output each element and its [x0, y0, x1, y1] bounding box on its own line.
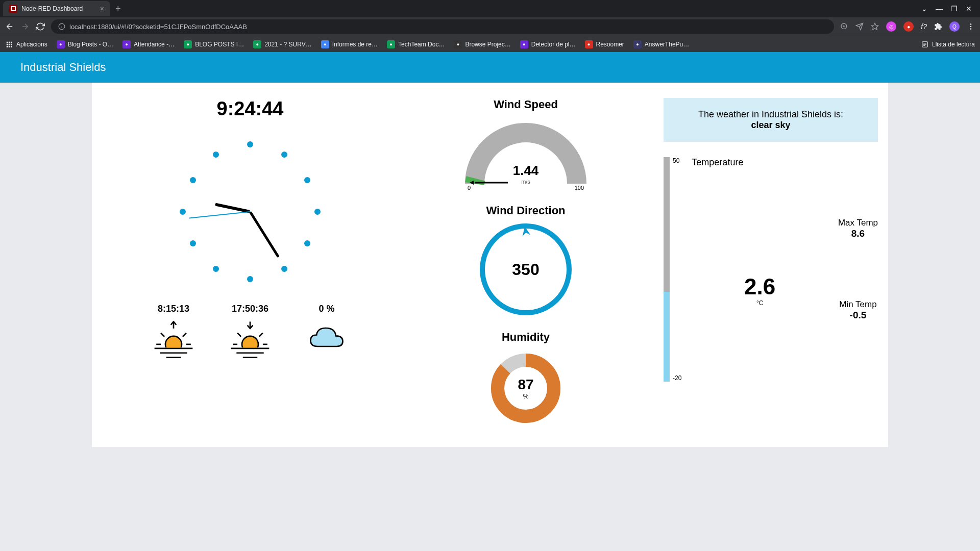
svg-line-41 — [259, 333, 263, 337]
bookmark-label: BLOG POSTS I… — [195, 41, 244, 48]
temperature-widget: 50 -20 Temperature 2.6 °C Max Temp — [664, 157, 878, 382]
svg-point-10 — [970, 23, 972, 25]
page-title: Industrial Shields — [20, 61, 106, 74]
url-text: localhost:1880/ui/#!/0?socketid=51CJFPoS… — [69, 23, 247, 31]
svg-marker-48 — [521, 226, 530, 237]
bookmark-icon: ● — [633, 40, 642, 48]
digital-clock: 9:24:44 — [217, 98, 284, 120]
bookmark-item[interactable]: ●Detector de pl… — [520, 40, 576, 48]
bookmark-item[interactable]: ●Informes de re… — [321, 40, 378, 48]
extension-icon[interactable]: ● — [903, 21, 914, 32]
tab-title: Node-RED Dashboard — [21, 5, 83, 12]
svg-rect-15 — [11, 41, 12, 43]
weather-summary-box: The weather in Industrial Shields is: cl… — [664, 98, 878, 142]
apps-button[interactable]: Aplicacions — [5, 40, 47, 48]
bookmark-item[interactable]: ●Resoomer — [585, 40, 624, 48]
menu-icon[interactable] — [967, 22, 975, 31]
humidity-unit: % — [523, 393, 529, 400]
bookmark-label: Informes de re… — [332, 41, 378, 48]
sunset-time: 17:50:36 — [232, 304, 268, 314]
max-temp-value: 8.6 — [838, 228, 878, 239]
reading-list-button[interactable]: Llista de lectura — [921, 40, 975, 48]
tab-close-button[interactable]: × — [100, 5, 104, 13]
cloud-cover-value: 0 % — [318, 304, 334, 314]
bookmark-icon: ● — [454, 40, 462, 48]
wind-speed-title: Wind Speed — [494, 98, 558, 111]
profile-avatar[interactable]: Q — [949, 21, 960, 32]
bookmark-label: Resoomer — [596, 41, 624, 48]
bookmark-label: 2021 - ? SURV… — [264, 41, 312, 48]
svg-rect-13 — [7, 41, 8, 43]
chevron-down-icon[interactable]: ⌄ — [921, 5, 927, 13]
sunrise-icon — [151, 319, 197, 360]
page-viewport: Industrial Shields 9:24:44 — [0, 52, 980, 551]
bookmark-item[interactable]: ●TechTeam Doc… — [387, 40, 445, 48]
svg-marker-9 — [872, 23, 878, 30]
sunset-widget: 17:50:36 — [227, 304, 273, 360]
thermometer-scale: 50 -20 — [664, 157, 681, 382]
min-temp-value: -0.5 — [838, 310, 878, 321]
minimize-button[interactable]: — — [936, 5, 943, 13]
maximize-button[interactable]: ❐ — [951, 5, 958, 13]
scale-bottom: -20 — [673, 374, 681, 382]
address-bar[interactable]: localhost:1880/ui/#!/0?socketid=51CJFPoS… — [51, 19, 834, 34]
bookmark-label: Detector de pl… — [531, 41, 576, 48]
bookmark-label: TechTeam Doc… — [398, 41, 445, 48]
sun-row: 8:15:13 17:50:36 — [151, 304, 350, 360]
reading-list-icon — [921, 40, 929, 48]
new-tab-button[interactable]: + — [115, 4, 121, 14]
svg-rect-16 — [7, 43, 8, 45]
compass-arrow-icon — [520, 226, 532, 240]
extensions-icon[interactable] — [934, 22, 942, 31]
svg-rect-2 — [12, 7, 15, 10]
analog-clock — [179, 140, 322, 283]
gauge-max: 100 — [575, 185, 584, 191]
weather-condition: clear sky — [679, 120, 863, 131]
wind-speed-widget: Wind Speed 1.44 m/s 0 — [459, 98, 592, 189]
bookmark-icon: ● — [520, 40, 528, 48]
bookmark-label: Attendance -… — [134, 41, 175, 48]
bookmark-item[interactable]: ●2021 - ? SURV… — [253, 40, 312, 48]
bookmark-label: AnswerThePu… — [645, 41, 689, 48]
svg-line-40 — [237, 333, 241, 337]
extension-icon[interactable]: ◎ — [886, 21, 896, 32]
gauge-min: 0 — [468, 185, 471, 191]
extension-icon[interactable]: f? — [921, 22, 927, 31]
svg-rect-14 — [9, 41, 10, 43]
weather-column: The weather in Industrial Shields is: cl… — [664, 98, 878, 427]
svg-line-30 — [161, 333, 164, 337]
info-icon — [58, 23, 65, 30]
forward-button[interactable] — [20, 22, 30, 31]
bookmark-item[interactable]: ●Attendance -… — [122, 40, 175, 48]
send-icon[interactable] — [855, 22, 864, 31]
bookmark-icon: ● — [253, 40, 261, 48]
bookmark-item[interactable]: ●AnswerThePu… — [633, 40, 689, 48]
bookmark-star-icon[interactable] — [871, 22, 879, 31]
reload-button[interactable] — [36, 22, 45, 31]
browser-tab[interactable]: Node-RED Dashboard × — [3, 1, 110, 16]
window-controls: ⌄ — ❐ ✕ — [921, 5, 977, 13]
bookmark-item[interactable]: ●BLOG POSTS I… — [184, 40, 244, 48]
close-window-button[interactable]: ✕ — [966, 5, 972, 13]
zoom-icon[interactable] — [840, 22, 848, 31]
clock-column: 9:24:44 — [112, 98, 388, 427]
temperature-current: 2.6 — [744, 274, 775, 299]
sunrise-time: 8:15:13 — [158, 304, 189, 314]
bookmark-icon: ● — [387, 40, 395, 48]
humidity-widget: Humidity 87 % — [487, 331, 564, 427]
svg-rect-17 — [9, 43, 10, 45]
svg-point-11 — [970, 26, 972, 28]
svg-line-31 — [183, 333, 186, 337]
back-button[interactable] — [5, 22, 14, 31]
bookmark-item[interactable]: ●Blog Posts - O… — [57, 40, 113, 48]
temperature-unit: °C — [756, 299, 763, 307]
minute-hand — [249, 211, 280, 258]
svg-rect-20 — [9, 45, 10, 47]
apps-grid-icon — [5, 40, 13, 48]
bookmark-icon: ● — [184, 40, 192, 48]
bookmark-item[interactable]: ●Browse Projec… — [454, 40, 510, 48]
second-hand — [189, 211, 251, 219]
metrics-column: Wind Speed 1.44 m/s 0 — [408, 98, 643, 427]
wind-speed-unit: m/s — [513, 179, 539, 185]
sunset-icon — [227, 319, 273, 360]
